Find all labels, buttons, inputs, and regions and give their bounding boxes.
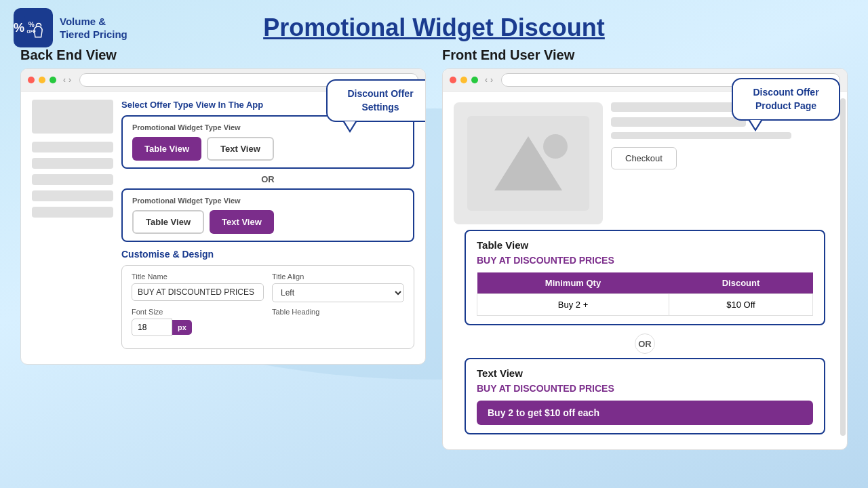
- dot-yellow-icon: [39, 77, 45, 83]
- product-speech-bubble-container: Discount Offer Product Page: [732, 78, 840, 121]
- frontend-dot-green-icon: [471, 77, 478, 83]
- sidebar-item-5: [32, 207, 113, 218]
- table-heading-group: Table Heading: [272, 308, 404, 336]
- widget-type-label-2: Promotional Widget Type View: [132, 197, 403, 205]
- header: % OFF Volume & Tiered Pricing Promotiona…: [14, 7, 854, 47]
- sidebar-logo-bar: [32, 100, 113, 134]
- font-size-input[interactable]: [132, 319, 172, 336]
- title-align-select[interactable]: Left Center Right: [272, 283, 404, 302]
- arrow-right-icon[interactable]: ›: [68, 75, 71, 85]
- frontend-view-title: Front End User View: [442, 47, 848, 63]
- text-view-button-2[interactable]: Text View: [210, 210, 274, 234]
- page-title: Promotional Widget Discount: [263, 14, 605, 42]
- form-row-2: Font Size px Table Heading: [132, 308, 404, 336]
- frontend-browser-arrows[interactable]: ‹ ›: [485, 75, 493, 85]
- product-image: [454, 102, 603, 224]
- table-view-button-1[interactable]: Table View: [132, 137, 201, 161]
- dot-red-icon: [28, 77, 35, 83]
- font-size-group: Font Size px: [132, 308, 264, 336]
- scrollbar-area: [840, 98, 847, 436]
- frontend-dot-red-icon: [450, 77, 456, 83]
- table-view-section: Table View BUY AT DISCOUNTED PRICES Mini…: [443, 230, 847, 329]
- sidebar-nav: [32, 100, 113, 349]
- frontend-browser-mock: ‹ › Discount Offer Product Page: [442, 68, 848, 450]
- svg-point-5: [543, 134, 568, 159]
- title-align-group: Title Align Left Center Right: [272, 272, 404, 302]
- left-column: Back End View ‹ ›: [20, 47, 426, 450]
- widget-type-label-1: Promotional Widget Type View: [132, 123, 403, 131]
- frontend-dot-yellow-icon: [460, 77, 467, 83]
- table-view-discount-title: BUY AT DISCOUNTED PRICES: [477, 255, 813, 266]
- backend-browser-content: Discount Offer Settings Select Offer Typ…: [21, 92, 425, 357]
- text-discount-message: Buy 2 to get $10 off each: [477, 401, 813, 425]
- view-buttons-1: Table View Text View: [132, 137, 403, 161]
- dot-green-icon: [50, 77, 56, 83]
- logo-icon: % OFF: [14, 8, 53, 47]
- product-info-bar-2: [611, 117, 746, 127]
- table-row: Buy 2 + $10 Off: [477, 294, 813, 316]
- backend-browser-mock: ‹ ›: [20, 68, 426, 365]
- text-view-button-1[interactable]: Text View: [207, 137, 274, 161]
- font-size-unit: px: [172, 320, 192, 335]
- right-column: Front End User View ‹ ›: [442, 47, 848, 450]
- table-heading-label: Table Heading: [272, 308, 404, 316]
- text-view-section: Text View BUY AT DISCOUNTED PRICES Buy 2…: [443, 358, 847, 443]
- product-speech-bubble: Discount Offer Product Page: [732, 78, 840, 121]
- text-view-discount-title: BUY AT DISCOUNTED PRICES: [477, 383, 813, 394]
- font-size-input-group: px: [132, 319, 264, 336]
- logo-area: % OFF Volume & Tiered Pricing: [14, 8, 127, 47]
- sidebar-item-2: [32, 158, 113, 169]
- col-min-qty: Minimum Qty: [477, 272, 669, 294]
- svg-text:%: %: [28, 21, 35, 28]
- form-row-1: Title Name Title Align Left Center: [132, 272, 404, 302]
- or-divider-right: OR: [635, 333, 655, 354]
- customise-box: Title Name Title Align Left Center: [121, 265, 414, 349]
- sidebar-item-4: [32, 190, 113, 201]
- title-name-label: Title Name: [132, 272, 264, 281]
- view-buttons-2: Table View Text View: [132, 210, 403, 234]
- table-view-widget-title: Table View: [477, 239, 813, 251]
- customise-title: Customise & Design: [121, 249, 414, 260]
- text-view-widget-title: Text View: [477, 367, 813, 379]
- text-view-widget: Text View BUY AT DISCOUNTED PRICES Buy 2…: [465, 358, 825, 434]
- widget-type-box-1: Promotional Widget Type View Table View …: [121, 115, 414, 169]
- sidebar-item-1: [32, 142, 113, 152]
- font-size-label: Font Size: [132, 308, 264, 316]
- table-view-widget: Table View BUY AT DISCOUNTED PRICES Mini…: [465, 230, 825, 325]
- browser-arrows[interactable]: ‹ ›: [63, 75, 71, 85]
- title-name-input[interactable]: [132, 283, 264, 301]
- backend-view-title: Back End View: [20, 47, 426, 63]
- sidebar-item-3: [32, 174, 113, 185]
- table-cell-qty: Buy 2 +: [477, 294, 669, 316]
- widget-type-box-2: Promotional Widget Type View Table View …: [121, 188, 414, 242]
- or-divider-left: OR: [121, 174, 414, 184]
- arrow-left-icon[interactable]: ‹: [63, 75, 66, 85]
- title-name-group: Title Name: [132, 272, 264, 302]
- scrollbar-track[interactable]: [840, 98, 846, 436]
- frontend-arrow-left-icon[interactable]: ‹: [485, 75, 488, 85]
- table-cell-discount: $10 Off: [669, 294, 813, 316]
- product-info-bar-3: [611, 132, 791, 139]
- discount-table: Minimum Qty Discount Buy 2 + $10 Off: [477, 272, 813, 316]
- frontend-arrow-right-icon[interactable]: ›: [490, 75, 493, 85]
- title-align-label: Title Align: [272, 272, 404, 281]
- frontend-browser-content: Discount Offer Product Page: [443, 92, 847, 443]
- table-view-button-2[interactable]: Table View: [132, 210, 204, 234]
- logo-text: Volume & Tiered Pricing: [60, 15, 127, 41]
- checkout-button[interactable]: Checkout: [611, 147, 677, 169]
- col-discount: Discount: [669, 272, 813, 294]
- settings-speech-bubble: Discount Offer Settings: [326, 79, 426, 122]
